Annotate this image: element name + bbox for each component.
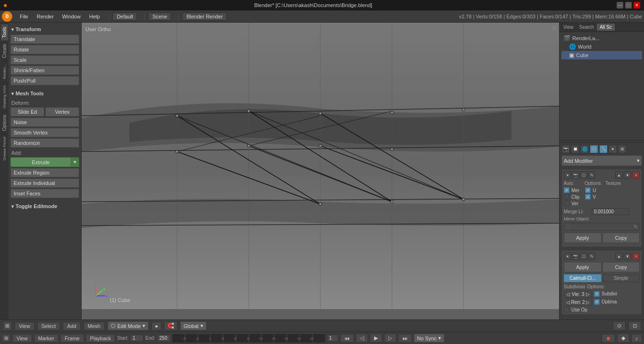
end-field[interactable]: 250 <box>157 335 170 342</box>
rotate-button[interactable]: Rotate <box>10 45 79 54</box>
scene-item-world[interactable]: 🌐 World <box>561 42 642 51</box>
close-button[interactable]: ✕ <box>634 2 640 8</box>
viewport-close[interactable]: ✕ <box>552 25 557 32</box>
viewport[interactable]: User Ortho ✕ (1) Cube x z y <box>82 23 559 319</box>
catmull-tab[interactable]: Catmull-Cl... <box>564 274 602 282</box>
ver-checkbox-empty[interactable] <box>564 201 569 206</box>
simple-tab[interactable]: Simple <box>602 274 640 282</box>
keying-btn[interactable]: ◆ <box>617 334 629 343</box>
audio-btn[interactable]: ♪ <box>631 334 643 343</box>
timeline-icon[interactable]: ⊞ <box>2 334 10 342</box>
subsurf-apply-button[interactable]: Apply <box>564 262 602 272</box>
scene-item-renderlayers[interactable]: 🎬 RenderLa... <box>561 34 642 42</box>
search-tab[interactable]: Search <box>577 24 597 31</box>
scale-button[interactable]: Scale <box>10 55 79 65</box>
vie-number-field[interactable]: ◁ Vie: 3 ▷ <box>564 291 592 298</box>
no-sync-selector[interactable]: No Sync ▾ <box>414 334 445 343</box>
subsurf-collapse-icon[interactable]: ▾ <box>564 252 571 260</box>
mirror-apply-button[interactable]: Apply <box>564 233 602 243</box>
physics-prop-icon[interactable]: ⚙ <box>618 145 627 153</box>
timeline-view[interactable]: View <box>12 334 32 343</box>
proportional-btn[interactable]: ⊙ <box>613 321 626 330</box>
mesh-select-mode[interactable]: ⊡ <box>628 321 641 330</box>
timeline-marker[interactable]: Marker <box>34 334 59 343</box>
world-prop-icon[interactable]: 🌐 <box>580 145 589 153</box>
create-tab[interactable]: Create <box>1 41 8 61</box>
clip-checkbox2[interactable]: ✓ <box>585 194 591 200</box>
bottom-select[interactable]: Select <box>37 322 60 330</box>
play-btn[interactable]: ▶ <box>370 334 382 343</box>
merge-li-field[interactable]: 0.001000 <box>592 208 629 215</box>
transform-selector[interactable]: Global ▾ <box>180 321 207 330</box>
extrude-individual-button[interactable]: Extrude Individual <box>10 178 79 188</box>
scene-item-cube[interactable]: ▣ Cube <box>561 51 642 59</box>
workspace-selector[interactable]: Default <box>112 12 137 21</box>
clip-checkbox-empty[interactable] <box>564 194 569 200</box>
ren-number-field[interactable]: ◁ Ren: 2 ▷ <box>564 299 592 306</box>
shrink-fatten-button[interactable]: Shrink/Fatten <box>10 66 79 75</box>
mirror-close-icon[interactable]: ✕ <box>632 171 640 179</box>
minimize-button[interactable]: — <box>617 2 623 8</box>
mirror-render-icon[interactable]: ⬡ <box>580 171 587 179</box>
file-menu[interactable]: File <box>16 13 32 20</box>
particles-prop-icon[interactable]: ✦ <box>609 145 617 153</box>
grease-pencil-tab[interactable]: Grease Pencil <box>1 134 8 163</box>
randomize-button[interactable]: Randomize <box>10 138 79 148</box>
subsurf-up-icon[interactable]: ▲ <box>615 252 623 260</box>
modifier-prop-icon[interactable]: 🔧 <box>599 145 608 153</box>
mode-selector[interactable]: ⬡ Edit Mode ▾ <box>108 321 149 330</box>
help-menu[interactable]: Help <box>85 13 104 20</box>
scene-prop-icon[interactable]: 🔲 <box>571 145 579 153</box>
mirror-object-field[interactable]: □ ✎ <box>564 223 640 231</box>
mirror-edit-icon[interactable]: ✎ <box>588 171 595 179</box>
smooth-vertex-button[interactable]: Smooth Vertex <box>10 128 79 137</box>
timeline-playback[interactable]: Playback <box>86 334 116 343</box>
window-menu[interactable]: Window <box>59 13 84 20</box>
prev-frame-btn[interactable]: ◁ <box>356 334 368 343</box>
mirror-down-icon[interactable]: ▼ <box>624 171 631 179</box>
shading-uvs-tab[interactable]: Shading /UVs <box>1 82 8 111</box>
pivot-selector[interactable]: ● <box>151 322 161 330</box>
push-pull-button[interactable]: Push/Pull <box>10 76 79 85</box>
relations-tab[interactable]: Relatio... <box>1 61 8 82</box>
maximize-button[interactable]: □ <box>625 2 632 8</box>
subsurf-edit-icon[interactable]: ✎ <box>588 252 595 260</box>
bottom-view[interactable]: View <box>15 322 34 330</box>
jump-end-btn[interactable]: ⏭ <box>398 334 412 343</box>
optima-checkbox[interactable]: ✓ <box>594 299 600 305</box>
translate-button[interactable]: Translate <box>10 34 79 44</box>
next-frame-btn[interactable]: ▷ <box>384 334 396 343</box>
mirror-camera-icon[interactable]: 📷 <box>572 171 579 179</box>
subdivi-checkbox[interactable]: ✓ <box>594 291 600 297</box>
snap-button[interactable]: 🧲 <box>164 321 177 330</box>
render-menu[interactable]: Render <box>33 13 58 20</box>
timeline-frame[interactable]: Frame <box>60 334 84 343</box>
mer-checkbox[interactable]: ✓ <box>564 187 569 193</box>
add-modifier-button[interactable]: Add Modifier ▾ <box>561 155 642 166</box>
toggle-editmode-header[interactable]: Toggle Editmode <box>10 201 79 211</box>
subsurf-close-icon[interactable]: ✕ <box>632 252 640 260</box>
extrude-arrow[interactable]: ▾ <box>71 157 79 167</box>
mirror-copy-button[interactable]: Copy <box>602 233 640 243</box>
subsurf-camera-icon[interactable]: 📷 <box>572 252 579 260</box>
timeline-ruler[interactable]: -40 -10 0 30 60 90 120 150 180 210 240 <box>172 334 325 343</box>
subsurf-down-icon[interactable]: ▼ <box>624 252 631 260</box>
render-prop-icon[interactable]: 📷 <box>561 145 570 153</box>
use-op-checkbox-empty[interactable] <box>564 307 569 312</box>
record-btn[interactable]: ⏺ <box>602 334 615 343</box>
transform-section-header[interactable]: Transform <box>10 25 79 34</box>
subsurf-render-icon[interactable]: ⬡ <box>580 252 587 260</box>
vertex-button[interactable]: Vertex <box>45 107 79 117</box>
all-scenes-tab[interactable]: All Sc <box>597 24 615 31</box>
bottom-mesh[interactable]: Mesh <box>84 322 105 330</box>
noise-button[interactable]: Noise <box>10 117 79 127</box>
tools-tab[interactable]: Tools <box>1 24 8 41</box>
renderer-selector[interactable]: Blender Render <box>182 12 227 21</box>
view-tab[interactable]: View <box>560 24 577 31</box>
options-tab[interactable]: Options <box>1 111 8 134</box>
object-prop-icon[interactable]: ⬡ <box>590 145 598 153</box>
bottom-add[interactable]: Add <box>63 322 81 330</box>
mirror-collapse-icon[interactable]: ▾ <box>564 171 571 179</box>
mesh-tools-section-header[interactable]: Mesh Tools <box>10 89 79 98</box>
slide-ed-button[interactable]: Slide Ed <box>10 107 44 117</box>
